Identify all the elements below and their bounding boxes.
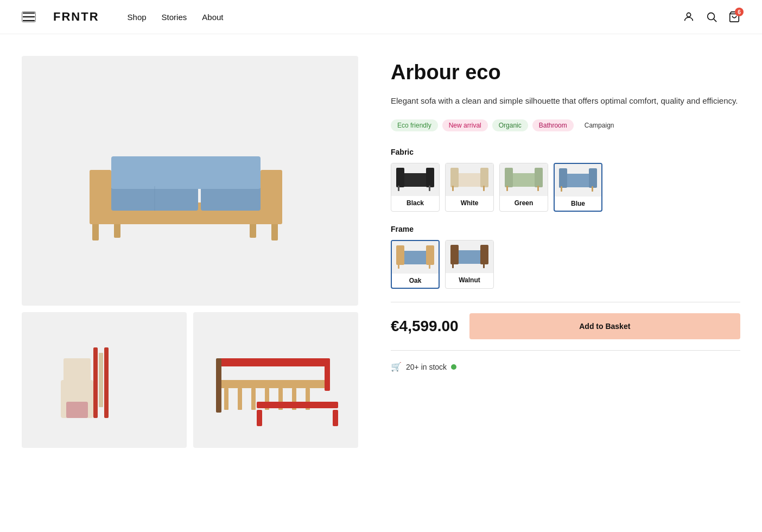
fabric-section-label: Fabric <box>391 148 740 156</box>
svg-rect-38 <box>396 168 404 187</box>
fabric-black-img <box>391 163 439 196</box>
tag-organic[interactable]: Organic <box>492 119 528 131</box>
header-left: FRNTR Shop Stories About <box>22 10 223 24</box>
fabric-options: Black White <box>391 163 740 212</box>
nav-shop[interactable]: Shop <box>128 12 147 22</box>
svg-rect-24 <box>219 358 327 366</box>
svg-rect-46 <box>483 186 485 191</box>
frame-oak-label: Oak <box>392 274 439 288</box>
frame-walnut[interactable]: Walnut <box>445 240 494 289</box>
site-logo: FRNTR <box>53 10 99 24</box>
svg-rect-10 <box>261 170 282 205</box>
stock-dot <box>451 364 456 370</box>
svg-rect-43 <box>450 168 459 187</box>
svg-rect-58 <box>396 245 404 265</box>
nav-about[interactable]: About <box>202 12 223 22</box>
fabric-blue-label: Blue <box>555 197 601 211</box>
svg-rect-19 <box>99 353 103 407</box>
svg-rect-55 <box>561 186 562 192</box>
svg-rect-64 <box>480 245 488 264</box>
frame-oak[interactable]: Oak <box>391 240 440 289</box>
thumbnail-row <box>22 312 358 448</box>
svg-rect-45 <box>452 186 454 191</box>
fabric-green[interactable]: Green <box>499 163 548 212</box>
svg-rect-17 <box>93 347 98 418</box>
svg-rect-23 <box>219 380 327 388</box>
svg-rect-22 <box>66 402 88 418</box>
svg-line-2 <box>714 19 716 22</box>
fabric-black-label: Black <box>391 196 439 210</box>
nav-stories[interactable]: Stories <box>162 12 187 22</box>
product-images <box>22 56 358 448</box>
svg-rect-21 <box>63 358 91 383</box>
svg-rect-12 <box>201 186 261 211</box>
svg-rect-53 <box>559 168 567 188</box>
fabric-white-img <box>446 163 493 196</box>
svg-rect-59 <box>426 245 434 265</box>
svg-point-1 <box>708 13 715 20</box>
svg-rect-32 <box>216 358 221 413</box>
product-price: €4,599.00 <box>391 318 459 335</box>
svg-rect-65 <box>452 263 454 268</box>
svg-rect-56 <box>592 186 593 192</box>
cart-badge: 6 <box>735 8 744 16</box>
svg-rect-63 <box>450 245 459 264</box>
fabric-blue-img <box>555 164 601 197</box>
svg-rect-35 <box>257 410 262 426</box>
svg-rect-49 <box>535 168 543 187</box>
svg-rect-33 <box>325 358 330 391</box>
svg-rect-48 <box>505 168 513 187</box>
frame-oak-img <box>392 241 439 274</box>
svg-rect-36 <box>333 410 338 426</box>
svg-rect-54 <box>589 168 597 188</box>
tag-eco-friendly[interactable]: Eco friendly <box>391 119 438 131</box>
sofa-illustration <box>60 116 320 246</box>
frame-options: Oak Walnut <box>391 240 740 289</box>
thumbnail-2[interactable] <box>193 312 358 448</box>
svg-rect-26 <box>238 388 242 410</box>
svg-rect-9 <box>90 170 111 205</box>
frame-walnut-img <box>446 240 493 273</box>
stock-icon: 🛒 <box>391 362 402 372</box>
tag-bathroom[interactable]: Bathroom <box>532 119 574 131</box>
header-right: 6 <box>683 11 740 23</box>
account-button[interactable] <box>683 11 695 23</box>
site-header: FRNTR Shop Stories About 6 <box>0 0 762 34</box>
svg-rect-51 <box>537 186 539 191</box>
fabric-white[interactable]: White <box>445 163 494 212</box>
price-row: €4,599.00 Add to Basket <box>391 313 740 339</box>
product-info: Arbour eco Elegant sofa with a clean and… <box>391 56 740 448</box>
fabric-white-label: White <box>446 196 493 210</box>
fabric-green-img <box>500 163 548 196</box>
search-icon <box>706 11 717 23</box>
tag-new-arrival[interactable]: New arrival <box>442 119 488 131</box>
hamburger-button[interactable] <box>22 11 36 22</box>
svg-rect-34 <box>257 402 338 408</box>
svg-rect-15 <box>189 159 257 187</box>
account-icon <box>683 11 695 23</box>
svg-rect-39 <box>426 168 434 187</box>
product-title: Arbour eco <box>391 61 740 84</box>
svg-rect-25 <box>224 388 228 410</box>
svg-rect-4 <box>92 221 99 240</box>
cart-button[interactable]: 6 <box>728 11 740 23</box>
svg-rect-50 <box>506 186 508 191</box>
stock-row: 🛒 20+ in stock <box>391 362 740 372</box>
svg-rect-18 <box>104 347 109 418</box>
product-description: Elegant sofa with a clean and simple sil… <box>391 94 740 108</box>
thumbnail-1[interactable] <box>22 312 187 448</box>
product-tags: Eco friendly New arrival Organic Bathroo… <box>391 119 740 131</box>
main-nav: Shop Stories About <box>128 12 224 22</box>
add-to-basket-button[interactable]: Add to Basket <box>469 313 740 339</box>
fabric-blue[interactable]: Blue <box>554 163 602 212</box>
svg-rect-27 <box>251 388 256 410</box>
main-content: Arbour eco Elegant sofa with a clean and… <box>0 34 762 470</box>
fabric-green-label: Green <box>500 196 548 210</box>
tag-campaign[interactable]: Campaign <box>578 119 621 131</box>
fabric-black[interactable]: Black <box>391 163 440 212</box>
frame-walnut-label: Walnut <box>446 273 493 287</box>
search-button[interactable] <box>706 11 717 23</box>
svg-rect-66 <box>483 263 485 268</box>
svg-rect-41 <box>429 186 430 191</box>
main-product-image <box>22 56 358 306</box>
